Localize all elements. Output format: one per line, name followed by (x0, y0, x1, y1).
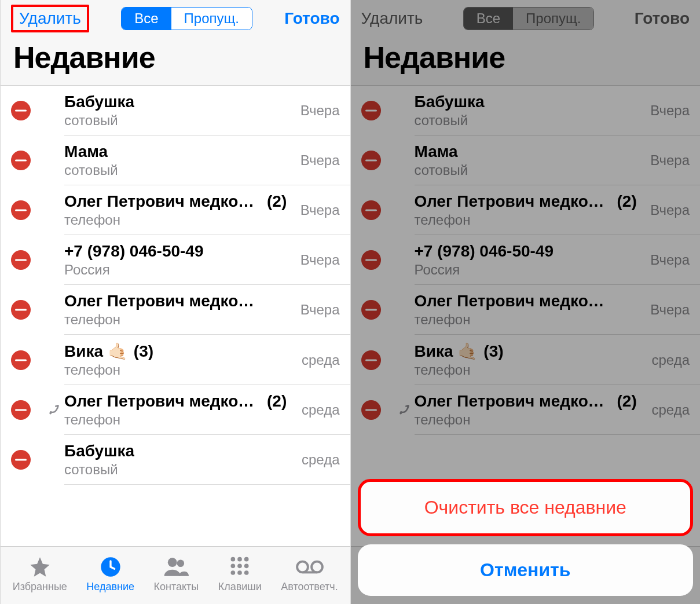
call-body: Бабушкасотовый (415, 93, 645, 129)
delete-row-button[interactable] (11, 101, 31, 120)
call-direction-icon (45, 402, 64, 418)
call-row[interactable]: Бабушкасотовыйсреда (1, 435, 350, 485)
call-time: Вчера (650, 152, 690, 169)
call-row[interactable]: Олег Петрович медкомисс…телефонВчера (351, 285, 701, 335)
delete-row-button[interactable] (11, 350, 31, 370)
clear-all-button[interactable]: Очистить все недавние (358, 479, 694, 536)
call-time: среда (302, 402, 340, 418)
call-body: Олег Петрович медкомисс…телефон (64, 292, 295, 328)
delete-row-button[interactable] (11, 400, 31, 420)
delete-button[interactable]: Удалить (361, 9, 423, 28)
call-time: Вчера (300, 302, 340, 318)
seg-missed[interactable]: Пропущ. (513, 8, 593, 30)
call-sublabel: Россия (64, 262, 295, 278)
delete-row-button[interactable] (11, 300, 31, 320)
call-row[interactable]: Вика 🤙🏻(3)телефонсреда (351, 335, 701, 385)
call-name: Олег Петрович медкомисс… (415, 292, 645, 310)
title-area: Недавние (1, 36, 350, 86)
call-body: Бабушкасотовый (64, 93, 295, 129)
call-name: Бабушка (415, 93, 645, 111)
call-row[interactable]: Олег Петрович медком…(2)телефонВчера (351, 185, 701, 235)
svg-point-7 (237, 564, 242, 569)
call-name: +7 (978) 046-50-49 (64, 242, 295, 261)
call-list[interactable]: БабушкасотовыйВчераМамасотовыйВчераОлег … (351, 86, 701, 546)
delete-row-button[interactable] (361, 400, 381, 420)
call-row[interactable]: БабушкасотовыйВчера (351, 86, 701, 136)
done-button[interactable]: Готово (284, 9, 339, 28)
call-count: (2) (267, 392, 287, 411)
call-name: Вика 🤙🏻(3) (415, 342, 646, 361)
cancel-button[interactable]: Отменить (358, 544, 694, 596)
call-count: (2) (617, 392, 637, 411)
svg-point-9 (231, 570, 236, 575)
delete-row-button[interactable] (11, 200, 31, 220)
svg-point-8 (244, 564, 249, 569)
screen-right: Удалить Все Пропущ. Готово Недавние Бабу… (350, 0, 701, 604)
delete-row-button[interactable] (361, 300, 381, 320)
tab-keypad[interactable]: Клавиши (218, 555, 262, 593)
call-time: Вчера (300, 202, 340, 218)
call-name: Олег Петрович медком…(2) (415, 192, 645, 211)
delete-row-button[interactable] (11, 250, 31, 270)
call-time: Вчера (300, 103, 340, 119)
screen-left: Удалить Все Пропущ. Готово Недавние Бабу… (0, 0, 350, 604)
svg-point-10 (237, 570, 242, 575)
segmented-control[interactable]: Все Пропущ. (463, 7, 595, 30)
delete-row-button[interactable] (361, 200, 381, 220)
delete-row-button[interactable] (11, 450, 31, 470)
call-time: Вчера (650, 103, 690, 119)
call-body: +7 (978) 046-50-49Россия (415, 242, 645, 278)
call-body: Мамасотовый (415, 142, 645, 178)
tab-voicemail[interactable]: Автоответч. (281, 555, 338, 593)
call-count: (2) (617, 192, 637, 211)
call-row[interactable]: Вика 🤙🏻(3)телефонсреда (1, 335, 350, 385)
call-sublabel: сотовый (415, 112, 645, 129)
delete-row-button[interactable] (361, 101, 381, 120)
call-time: среда (651, 402, 690, 418)
segmented-control[interactable]: Все Пропущ. (121, 7, 252, 30)
call-name: Олег Петрович медком…(2) (64, 392, 296, 411)
call-time: среда (651, 352, 690, 368)
done-button[interactable]: Готово (635, 9, 690, 28)
seg-all[interactable]: Все (122, 8, 171, 30)
call-sublabel: сотовый (415, 162, 645, 178)
tab-recents[interactable]: Недавние (86, 555, 134, 593)
call-body: Вика 🤙🏻(3)телефон (64, 342, 296, 378)
call-row[interactable]: МамасотовыйВчера (351, 136, 701, 185)
call-body: Олег Петрович медком…(2)телефон (415, 392, 646, 428)
call-time: Вчера (650, 252, 690, 268)
call-name: Вика 🤙🏻(3) (64, 342, 296, 361)
action-sheet: Очистить все недавние Отменить (358, 479, 694, 596)
call-sublabel: телефон (64, 212, 295, 228)
call-row[interactable]: +7 (978) 046-50-49РоссияВчера (1, 235, 350, 285)
seg-missed[interactable]: Пропущ. (171, 8, 252, 30)
call-sublabel: телефон (415, 362, 646, 378)
call-body: Олег Петрович медкомисс…телефон (415, 292, 645, 328)
call-name: Мама (64, 142, 295, 161)
call-row[interactable]: Олег Петрович медкомисс…телефонВчера (1, 285, 350, 335)
seg-all[interactable]: Все (464, 8, 513, 30)
tab-contacts[interactable]: Контакты (153, 555, 199, 593)
call-name: Бабушка (64, 93, 295, 111)
call-name: Олег Петрович медком…(2) (64, 192, 295, 211)
delete-row-button[interactable] (361, 151, 381, 170)
call-row[interactable]: МамасотовыйВчера (1, 136, 350, 185)
call-count: (3) (134, 342, 153, 361)
call-row[interactable]: Олег Петрович медком…(2)телефонВчера (1, 185, 350, 235)
page-title: Недавние (364, 40, 688, 75)
tab-favorites[interactable]: Избранные (13, 555, 67, 593)
call-time: Вчера (650, 202, 690, 218)
call-sublabel: телефон (64, 362, 296, 378)
delete-row-button[interactable] (361, 350, 381, 370)
call-body: +7 (978) 046-50-49Россия (64, 242, 295, 278)
svg-point-3 (231, 557, 236, 562)
delete-button[interactable]: Удалить (11, 5, 89, 32)
call-row[interactable]: Олег Петрович медком…(2)телефонсреда (351, 385, 701, 435)
call-row[interactable]: Олег Петрович медком…(2)телефонсреда (1, 385, 350, 435)
delete-row-button[interactable] (11, 151, 31, 170)
call-name: Мама (415, 142, 645, 161)
call-row[interactable]: БабушкасотовыйВчера (1, 86, 350, 136)
delete-row-button[interactable] (361, 250, 381, 270)
call-list[interactable]: БабушкасотовыйВчераМамасотовыйВчераОлег … (1, 86, 350, 546)
call-row[interactable]: +7 (978) 046-50-49РоссияВчера (351, 235, 701, 285)
